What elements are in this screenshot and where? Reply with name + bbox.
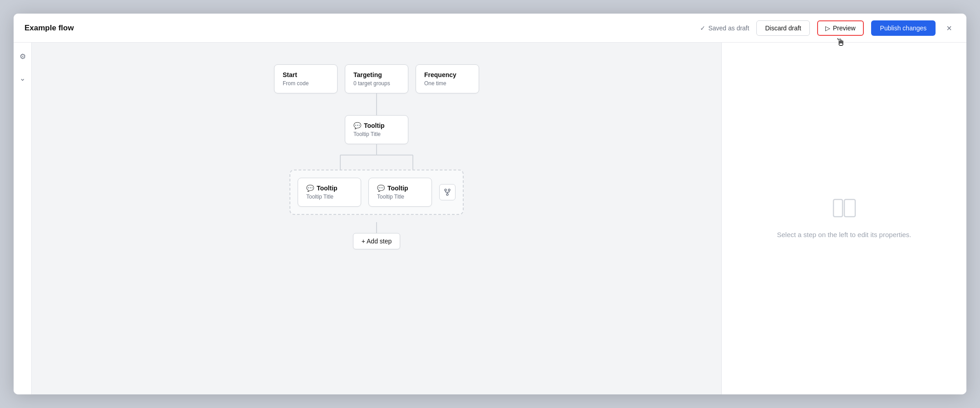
frequency-card[interactable]: Frequency One time [416, 64, 479, 93]
targeting-card[interactable]: Targeting 0 target groups [345, 64, 408, 93]
vertical-line-1 [376, 93, 377, 115]
flow-title: Example flow [24, 24, 700, 33]
connector-1 [376, 93, 377, 115]
saved-status: ✓ Saved as draft [700, 24, 749, 32]
svg-point-4 [445, 189, 446, 191]
main-tooltip-title: 💬 Tooltip [353, 122, 400, 129]
top-row: Start From code Targeting 0 target group… [274, 64, 479, 93]
main-tooltip-card[interactable]: 💬 Tooltip Tooltip Title [345, 115, 408, 144]
svg-rect-12 [844, 199, 855, 217]
add-step-section: + Add step [353, 233, 401, 249]
header-actions: ✓ Saved as draft Discard draft ▷ Preview… [700, 20, 956, 36]
comment-icon-right: 💬 [377, 185, 385, 192]
check-icon: ✓ [700, 24, 706, 32]
add-step-button[interactable]: + Add step [353, 233, 401, 249]
branch-group: 💬 Tooltip Tooltip Title 💬 Tooltip Toolti… [289, 170, 464, 215]
comment-icon: 💬 [353, 122, 361, 129]
branch-lines [304, 144, 449, 170]
right-panel: Select a step on the left to edit its pr… [721, 43, 966, 394]
branch-left-tooltip-card[interactable]: 💬 Tooltip Tooltip Title [298, 178, 361, 207]
frequency-subtitle: One time [424, 80, 470, 87]
discard-draft-button[interactable]: Discard draft [756, 20, 809, 36]
chevron-down-icon[interactable]: ⌄ [16, 72, 29, 84]
svg-rect-11 [833, 199, 843, 217]
main-tooltip-step: 💬 Tooltip Tooltip Title [345, 115, 408, 144]
left-sidebar: ⚙ ⌄ [14, 43, 32, 394]
close-button[interactable]: × [943, 22, 956, 34]
svg-point-5 [448, 189, 450, 191]
publish-button[interactable]: Publish changes [871, 20, 936, 36]
panel-placeholder-text: Select a step on the left to edit its pr… [777, 231, 911, 238]
branch-right-subtitle: Tooltip Title [377, 194, 423, 200]
flow-canvas: Start From code Targeting 0 target group… [32, 43, 721, 394]
branch-left-title: 💬 Tooltip [306, 185, 353, 192]
preview-button[interactable]: ▷ Preview [817, 20, 864, 36]
branch-right-tooltip-card[interactable]: 💬 Tooltip Tooltip Title [368, 178, 432, 207]
frequency-title: Frequency [424, 71, 470, 78]
fork-button[interactable] [439, 184, 456, 200]
connector-2 [376, 222, 377, 233]
branch-right-title: 💬 Tooltip [377, 185, 423, 192]
header: Example flow ✓ Saved as draft Discard dr… [14, 14, 966, 43]
targeting-title: Targeting [353, 71, 400, 78]
fork-icon [443, 188, 451, 196]
preview-label: Preview [833, 24, 856, 32]
start-subtitle: From code [283, 80, 329, 87]
start-title: Start [283, 71, 329, 78]
main-tooltip-subtitle: Tooltip Title [353, 131, 400, 137]
vertical-line-2 [376, 222, 377, 233]
branch-left-subtitle: Tooltip Title [306, 194, 353, 200]
svg-point-6 [446, 194, 448, 195]
branch-svg [304, 144, 449, 170]
preview-icon: ▷ [825, 24, 830, 32]
settings-icon[interactable]: ⚙ [16, 50, 29, 63]
saved-label: Saved as draft [708, 24, 749, 32]
body: ⚙ ⌄ Start From code Targeting 0 target g… [14, 43, 966, 394]
targeting-subtitle: 0 target groups [353, 80, 400, 87]
comment-icon-left: 💬 [306, 185, 314, 192]
flow-diagram: Start From code Targeting 0 target group… [32, 43, 721, 271]
start-card[interactable]: Start From code [274, 64, 338, 93]
panel-placeholder-icon [833, 199, 856, 222]
